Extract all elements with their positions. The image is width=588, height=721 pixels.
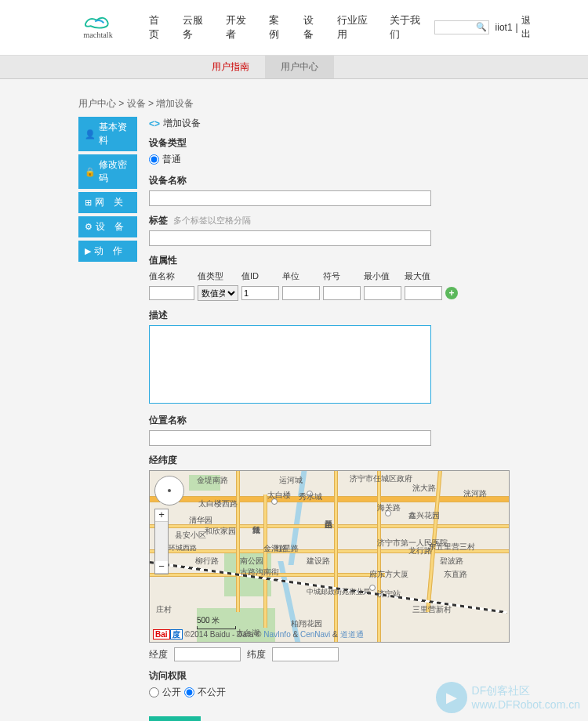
sidebar-label: 网 关 [95,196,123,209]
username[interactable]: iiot1 [495,22,513,33]
map-label: 运河城 [279,475,303,486]
lock-icon: 🔒 [85,167,96,177]
attr-header: 值名称 值类型 值ID 单位 符号 最小值 最大值 [149,270,510,282]
map-label: 建设路 [307,556,330,567]
sidebar: 👤基本资料 🔒修改密码 ⊞网 关 ⚙设 备 ▶动 作 [78,117,137,721]
logo-text: machtalk [83,31,113,39]
compass-icon[interactable] [154,476,184,505]
sidebar-item-gateway[interactable]: ⊞网 关 [78,192,137,213]
map-label: 东五里营三村 [428,542,475,553]
tag-label: 标签 多个标签以空格分隔 [149,214,510,227]
subnav-center[interactable]: 用户中心 [265,56,334,78]
crumb-device[interactable]: 设备 [127,98,146,109]
desc-textarea[interactable] [149,325,431,404]
sidebar-label: 基本资料 [99,121,131,147]
device-icon: ⚙ [85,222,93,232]
lng-label: 经度 [149,648,168,661]
logout-link[interactable]: 退出 [521,14,537,41]
map-label: 济宁市任城区政府 [350,473,412,484]
sidebar-item-action[interactable]: ▶动 作 [78,241,137,262]
h-id: 值ID [241,270,279,282]
main-nav: 首页 云服务 开发者 案例 设备 行业应用 关于我们 [141,4,434,51]
user-icon: 👤 [85,129,96,139]
nav-device[interactable]: 设备 [296,4,329,51]
map-label: 南公园 [240,556,263,567]
attr-unit-input[interactable] [282,286,320,300]
subnav: 用户指南 用户中心 [0,56,588,79]
zoom-slider[interactable] [155,522,168,561]
lat-label: 纬度 [247,648,266,661]
coord-label: 经纬度 [149,454,510,467]
type-radio-normal[interactable] [149,154,159,165]
subnav-guide[interactable]: 用户指南 [196,56,265,78]
lng-input[interactable] [174,647,241,661]
map-label: 济宁站 [377,589,401,600]
attr-id-input[interactable] [241,286,279,300]
nav-about[interactable]: 关于我们 [382,4,434,51]
user-area: iiot1 | 退出 [495,14,537,41]
h-max: 最大值 [405,270,442,282]
device-name-input[interactable] [149,190,431,206]
arrow-icon: <> [149,118,160,129]
attr-max-input[interactable] [405,286,442,300]
nav-industry[interactable]: 行业应用 [329,4,382,51]
title-text: 增加设备 [163,117,201,130]
logo[interactable]: machtalk [74,12,133,43]
map-label: 龙行路 [408,545,432,556]
access-private-radio[interactable] [184,687,194,697]
nav-cloud[interactable]: 云服务 [175,4,218,51]
map-label: 鑫兴花园 [408,510,440,521]
action-icon: ▶ [85,246,91,256]
map-label: 金堤南路 [197,475,228,486]
access-label: 访问权限 [149,669,510,683]
map-label: 碧波路 [440,556,463,567]
desc-label: 描述 [149,309,510,322]
lat-input[interactable] [272,647,339,661]
map-label: 秀水城 [299,491,322,502]
attr-name-input[interactable] [149,286,194,300]
sidebar-item-device[interactable]: ⚙设 备 [78,216,137,237]
map-label: 海关路 [377,502,401,513]
sidebar-item-password[interactable]: 🔒修改密码 [78,154,137,189]
map-label: 洸大路 [412,483,436,494]
map[interactable]: 金堤南路 运河城 济宁市任城区政府 洸大路 洸河路 太白楼西路 太白楼 秀水城 … [149,470,510,643]
tag-input[interactable] [149,230,431,246]
nav-dev[interactable]: 开发者 [218,4,261,51]
content: <> 增加设备 设备类型 普通 设备名称 标签 多个标签以空格分隔 [149,117,510,721]
attr-symbol-input[interactable] [323,286,361,300]
h-type: 值类型 [198,270,238,282]
page-title: <> 增加设备 [149,117,510,130]
tag-hint: 多个标签以空格分隔 [173,216,251,225]
sidebar-label: 修改密码 [99,158,131,185]
map-label: 府东方大厦 [369,569,408,580]
map-label: 柏翔花园 [291,618,322,629]
map-label: 太白楼 [267,490,291,501]
nav-home[interactable]: 首页 [141,4,175,51]
zoom-out-button[interactable]: − [155,561,168,574]
crumb-add: 增加设备 [156,98,194,109]
attr-min-input[interactable] [364,286,401,300]
attr-label: 值属性 [149,254,510,267]
gateway-icon: ⊞ [85,197,92,208]
nav-case[interactable]: 案例 [261,4,295,51]
device-type-label: 设备类型 [149,136,510,150]
save-button[interactable]: 保存 [149,716,201,721]
map-attribution: Bai度 ©2014 Baidu - Data © NavInfo & CenN… [153,629,364,640]
crumb-center[interactable]: 用户中心 [78,98,116,109]
search-box: 🔍 [434,20,489,34]
search-icon[interactable]: 🔍 [476,22,487,32]
h-symbol: 符号 [323,270,361,282]
breadcrumb: 用户中心 > 设备 > 增加设备 [47,91,541,117]
scale-bar: 500 米 [197,615,236,629]
map-label: 清华园 [189,515,212,526]
header: machtalk 首页 云服务 开发者 案例 设备 行业应用 关于我们 🔍 ii… [0,0,588,56]
attr-type-select[interactable]: 数值类 [198,285,238,301]
loc-input[interactable] [149,430,431,446]
zoom-in-button[interactable]: + [155,509,168,522]
sidebar-item-profile[interactable]: 👤基本资料 [78,117,137,151]
access-public-radio[interactable] [149,687,159,697]
sidebar-label: 动 作 [94,245,122,258]
add-attr-button[interactable]: + [445,287,458,299]
device-name-label: 设备名称 [149,174,510,187]
map-label: 柳行路 [195,556,219,567]
